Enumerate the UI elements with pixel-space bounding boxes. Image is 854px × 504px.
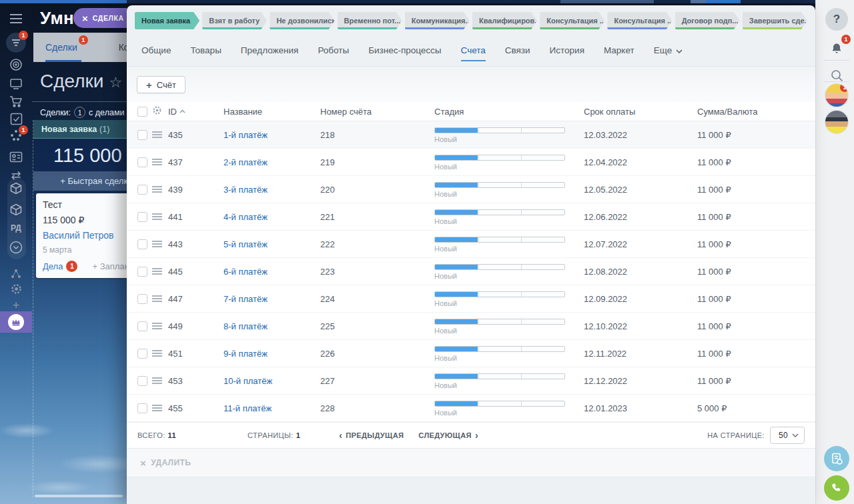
stage-chip[interactable]: Договор подп... (675, 12, 740, 29)
column-id[interactable]: ID (168, 107, 224, 117)
table-row[interactable]: 4435-й платёж222Новый12.07.202211 000 ₽ (127, 231, 815, 258)
row-checkbox[interactable] (137, 157, 147, 167)
table-row[interactable]: 4351-й платёж218Новый12.03.202211 000 ₽ (127, 121, 815, 149)
row-checkbox[interactable] (137, 294, 147, 304)
stage-chip[interactable]: Новая заявка (135, 12, 199, 29)
help-button[interactable]: ? (825, 8, 848, 31)
notifications-button[interactable]: 1 (825, 37, 848, 60)
cube-icon[interactable] (0, 182, 32, 195)
plus-icon[interactable]: + (0, 299, 32, 313)
user-avatar[interactable]: 1 (825, 84, 848, 107)
row-menu-icon[interactable] (152, 377, 162, 384)
row-menu-icon[interactable] (152, 405, 162, 411)
table-row[interactable]: 4414-й платёж221Новый12.06.202211 000 ₽ (127, 203, 815, 231)
row-checkbox[interactable] (137, 267, 147, 277)
tab-Счета[interactable]: Счета (461, 45, 486, 55)
table-row[interactable]: 4519-й платёж226Новый12.11.202211 000 ₽ (127, 340, 815, 367)
column-due[interactable]: Срок оплаты (584, 107, 697, 117)
stage-chip[interactable]: Коммуникация... (405, 12, 470, 29)
tab-Маркет[interactable]: Маркет (604, 45, 634, 55)
column-stage[interactable]: Стадия (434, 107, 584, 117)
stage-chip[interactable]: Завершить сде... (743, 12, 807, 29)
row-menu-icon[interactable] (152, 186, 162, 193)
invoice-link[interactable]: 9-й платёж (224, 349, 320, 359)
row-checkbox[interactable] (137, 321, 147, 331)
tab-Товары[interactable]: Товары (190, 45, 221, 55)
per-page-select[interactable]: 50 (770, 427, 805, 444)
row-menu-icon[interactable] (152, 323, 162, 329)
invoice-link[interactable]: 5-й платёж (224, 239, 320, 249)
tab-contacts[interactable]: Конта (119, 42, 127, 53)
tab-Еще[interactable]: Еще (654, 45, 683, 55)
favorite-star-icon[interactable]: ☆ (109, 74, 122, 91)
gear-icon[interactable] (0, 283, 32, 295)
row-checkbox[interactable] (137, 130, 147, 140)
table-row[interactable]: 45310-й платёж227Новый12.12.202211 000 ₽ (127, 367, 815, 395)
target-icon[interactable] (0, 58, 32, 71)
invoice-link[interactable]: 3-й платёж (224, 185, 320, 195)
row-checkbox[interactable] (137, 185, 147, 195)
telephony-button[interactable] (824, 475, 849, 501)
column-amount[interactable]: Сумма/Валюта (697, 107, 805, 117)
invoice-link[interactable]: 8-й платёж (224, 321, 320, 331)
tab-Предложения[interactable]: Предложения (241, 45, 299, 55)
tab-deals[interactable]: Сделки 1 (45, 42, 77, 53)
next-page-button[interactable]: СЛЕДУЮЩАЯ› (418, 431, 478, 440)
table-row[interactable]: 4498-й платёж225Новый12.10.202211 000 ₽ (127, 313, 815, 340)
invoice-link[interactable]: 2-й платёж (224, 157, 320, 167)
table-row[interactable]: 4477-й платёж224Новый12.09.202211 000 ₽ (127, 285, 815, 313)
row-menu-icon[interactable] (152, 213, 162, 220)
tab-Связи[interactable]: Связи (505, 45, 530, 55)
row-checkbox[interactable] (137, 349, 147, 359)
invoice-link[interactable]: 7-й платёж (224, 294, 320, 304)
tariff-crown-item[interactable] (0, 311, 32, 333)
column-name[interactable]: Название (224, 107, 320, 117)
tab-Общие[interactable]: Общие (141, 45, 171, 55)
table-row[interactable]: 4372-й платёж219Новый12.04.202211 000 ₽ (127, 149, 815, 176)
molecule-icon[interactable] (0, 269, 32, 279)
row-checkbox[interactable] (137, 403, 147, 413)
stage-chip[interactable]: Консультация ... (607, 12, 672, 29)
rd-app-icon[interactable]: РД (0, 223, 32, 233)
row-menu-icon[interactable] (152, 159, 162, 165)
invoice-link[interactable]: 1-й платёж (224, 130, 320, 140)
stage-chip[interactable]: Консультация ... (540, 12, 604, 29)
row-menu-icon[interactable] (152, 131, 162, 138)
table-row[interactable]: 45511-й платёж228Новый12.01.20235 000 ₽ (127, 395, 815, 422)
invoice-link[interactable]: 6-й платёж (224, 267, 320, 277)
table-row[interactable]: 4456-й платёж223Новый12.08.202211 000 ₽ (127, 258, 815, 285)
row-menu-icon[interactable] (152, 268, 162, 275)
stage-chip[interactable]: Взят в работу (202, 12, 267, 29)
stage-chip[interactable]: Не дозвонились (270, 12, 334, 29)
invoice-link[interactable]: 11-й платёж (224, 403, 320, 413)
invoice-link[interactable]: 4-й платёж (224, 212, 320, 222)
grid-settings-gear-icon[interactable] (152, 105, 168, 117)
contact-card-icon[interactable] (0, 151, 32, 163)
cart-icon[interactable] (0, 95, 32, 108)
tab-Бизнес-процессы[interactable]: Бизнес-процессы (368, 45, 441, 55)
row-checkbox[interactable] (137, 212, 147, 222)
deal-card-todo[interactable]: Дела 1 (43, 261, 77, 272)
add-invoice-button[interactable]: + Счёт (137, 76, 185, 93)
column-number[interactable]: Номер счёта (320, 107, 434, 117)
horizontal-scrollbar[interactable] (35, 495, 123, 497)
tab-История[interactable]: История (550, 45, 584, 55)
menu-icon[interactable] (0, 13, 32, 25)
invoice-link[interactable]: 10-й платёж (224, 376, 320, 386)
slider-close-pill[interactable]: × СДЕЛКА (73, 8, 127, 28)
tasks-icon[interactable] (0, 113, 32, 125)
row-checkbox[interactable] (137, 376, 147, 386)
crm-funnel-icon[interactable]: 1 (0, 33, 32, 53)
select-all-checkbox[interactable] (137, 107, 147, 117)
search-button[interactable] (825, 64, 848, 87)
tab-Роботы[interactable]: Роботы (318, 45, 349, 55)
row-menu-icon[interactable] (152, 295, 162, 302)
row-menu-icon[interactable] (152, 241, 162, 247)
table-row[interactable]: 4393-й платёж220Новый12.05.202211 000 ₽ (127, 176, 815, 203)
cube-outline-icon[interactable] (0, 203, 32, 216)
user-avatar[interactable] (825, 111, 848, 133)
chevron-down-circle-icon[interactable] (0, 241, 32, 254)
prev-page-button[interactable]: ‹ПРЕДЫДУЩАЯ (339, 431, 404, 440)
feedback-button[interactable] (824, 446, 849, 471)
stage-chip[interactable]: Временно пот... (338, 12, 402, 29)
